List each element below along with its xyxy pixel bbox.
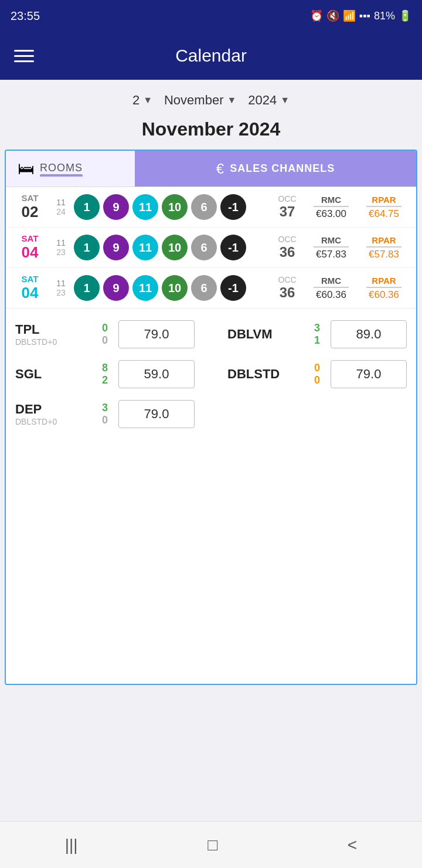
rate-count-sgl-bot: 2 <box>102 374 108 386</box>
badge-1-5: 6 <box>191 194 217 220</box>
rate-count-sgl-top: 8 <box>102 362 108 374</box>
euro-icon: € <box>216 161 224 177</box>
rate-sub-dep: DBLSTD+0 <box>15 417 91 426</box>
main-card: 🛏 ROOMS € SALES CHANNELS SAT 02 11 24 1 <box>5 150 417 685</box>
badge-2-2: 9 <box>103 235 129 260</box>
header-title: Calendar <box>175 46 247 66</box>
badge-1-6: -1 <box>220 194 246 220</box>
rpar-block-2: RPAR €57.83 <box>358 235 410 260</box>
hamburger-menu[interactable] <box>14 50 34 62</box>
dates-stack-2: 11 23 <box>50 238 72 257</box>
year-dropdown[interactable]: 2024 ▼ <box>248 93 290 108</box>
rate-info-dblstd: DBLSTD <box>227 367 304 382</box>
badge-3-1: 1 <box>74 275 100 301</box>
year-arrow-icon: ▼ <box>280 95 290 106</box>
status-bar: 23:55 ⏰ 🔇 📶 ▪▪▪ 81% 🔋 <box>0 0 422 32</box>
day-info-3: SAT 04 <box>12 274 48 302</box>
rate-input-dblvm[interactable] <box>331 320 407 348</box>
rate-counts-dblvm: 3 1 <box>308 322 326 347</box>
badge-3-4: 10 <box>162 275 188 301</box>
rates-section: TPL DBLSTD+0 0 0 DBLVM 3 1 SGL <box>6 308 416 684</box>
number-dropdown[interactable]: 2 ▼ <box>132 93 152 108</box>
badge-1-2: 9 <box>103 194 129 220</box>
rpar-block-1: RPAR €64.75 <box>358 195 410 220</box>
empty-space <box>15 440 407 674</box>
badge-1-1: 1 <box>74 194 100 220</box>
wifi-icon: 📶 <box>343 9 356 22</box>
rate-count-dep-bot: 0 <box>102 414 108 426</box>
rmc-block-3: RMC €60.36 <box>305 276 358 301</box>
badge-1-4: 10 <box>162 194 188 220</box>
rate-row-2: SGL 8 2 DBLSTD 0 0 <box>15 360 407 388</box>
day-info-2: SAT 04 <box>12 233 48 262</box>
rate-row-1: TPL DBLSTD+0 0 0 DBLVM 3 1 <box>15 320 407 348</box>
rate-counts-dep: 3 0 <box>96 402 114 426</box>
badge-3-3: 11 <box>132 275 158 301</box>
badge-2-1: 1 <box>74 235 100 260</box>
occ-block-3: OCC 36 <box>270 275 305 301</box>
badge-3-5: 6 <box>191 275 217 301</box>
alarm-icon: ⏰ <box>310 9 323 22</box>
rmc-block-1: RMC €63.00 <box>305 195 358 220</box>
rate-count-dblvm-top: 3 <box>314 322 320 334</box>
rate-name-dep: DEP <box>15 402 91 417</box>
rate-counts-sgl: 8 2 <box>96 362 114 386</box>
occ-block-2: OCC 36 <box>270 235 305 260</box>
rate-name-dblvm: DBLVM <box>227 327 304 342</box>
rate-input-sgl[interactable] <box>118 360 195 388</box>
battery-text: 81% <box>374 10 395 22</box>
rate-input-dblstd[interactable] <box>331 360 407 388</box>
day-num-1: 02 <box>22 203 39 221</box>
badge-3-6: -1 <box>220 275 246 301</box>
rate-counts-dblstd: 0 0 <box>308 362 326 386</box>
number-arrow-icon: ▼ <box>143 95 152 106</box>
rate-info-sgl: SGL <box>15 367 91 382</box>
tab-rooms[interactable]: 🛏 ROOMS <box>6 151 135 187</box>
calendar-row-2: SAT 04 11 23 1 9 11 10 6 -1 OCC 36 RMC <box>6 228 416 268</box>
dates-stack-3: 11 23 <box>50 279 72 297</box>
battery-icon: 🔋 <box>399 9 411 22</box>
tab-sales-channels[interactable]: € SALES CHANNELS <box>135 151 416 187</box>
tab-rooms-indicator <box>40 174 83 177</box>
rate-name-dblstd: DBLSTD <box>227 367 304 382</box>
rate-row-3: DEP DBLSTD+0 3 0 <box>15 400 407 428</box>
rate-input-tpl[interactable] <box>118 320 195 348</box>
badges-3: 1 9 11 10 6 -1 <box>74 275 266 301</box>
badge-3-2: 9 <box>103 275 129 301</box>
rate-sub-tpl: DBLSTD+0 <box>15 337 91 347</box>
number-value: 2 <box>132 93 139 108</box>
bottom-navigation: ||| □ < <box>0 821 422 868</box>
day-num-3: 04 <box>22 284 39 302</box>
app-header: Calendar <box>0 32 422 80</box>
mute-icon: 🔇 <box>326 9 339 22</box>
rate-count-dblvm-bot: 1 <box>314 334 320 347</box>
rate-info-tpl: TPL DBLSTD+0 <box>15 322 91 347</box>
month-title: November 2024 <box>0 114 422 150</box>
rate-info-dblvm: DBLVM <box>227 327 304 342</box>
rate-count-dep-top: 3 <box>102 402 108 414</box>
nav-prev-button[interactable]: < <box>330 830 375 860</box>
badge-2-5: 6 <box>191 235 217 260</box>
rate-count-dblstd-bot: 0 <box>314 374 320 386</box>
rate-name-tpl: TPL <box>15 322 91 337</box>
rate-info-dep: DEP DBLSTD+0 <box>15 402 91 426</box>
dates-stack-1: 11 24 <box>50 198 72 216</box>
day-name-2: SAT <box>22 233 39 243</box>
signal-icon: ▪▪▪ <box>359 10 370 22</box>
tab-rooms-label: ROOMS <box>40 162 83 174</box>
month-value: November <box>164 93 223 108</box>
badge-2-6: -1 <box>220 235 246 260</box>
calendar-section: SAT 02 11 24 1 9 11 10 6 -1 OCC 37 RMC <box>6 187 416 308</box>
month-dropdown[interactable]: November ▼ <box>164 93 236 108</box>
rpar-block-3: RPAR €60.36 <box>358 276 410 301</box>
status-time: 23:55 <box>11 9 40 23</box>
badges-2: 1 9 11 10 6 -1 <box>74 235 266 260</box>
nav-home-button[interactable]: □ <box>190 830 235 860</box>
day-name-3: SAT <box>22 274 39 284</box>
rate-input-dep[interactable] <box>118 400 195 428</box>
rate-count-tpl-bot: 0 <box>102 334 108 347</box>
calendar-row-1: SAT 02 11 24 1 9 11 10 6 -1 OCC 37 RMC <box>6 187 416 228</box>
bed-icon: 🛏 <box>18 159 34 178</box>
nav-back-button[interactable]: ||| <box>47 830 96 860</box>
calendar-row-3: SAT 04 11 23 1 9 11 10 6 -1 OCC 36 RMC <box>6 268 416 308</box>
